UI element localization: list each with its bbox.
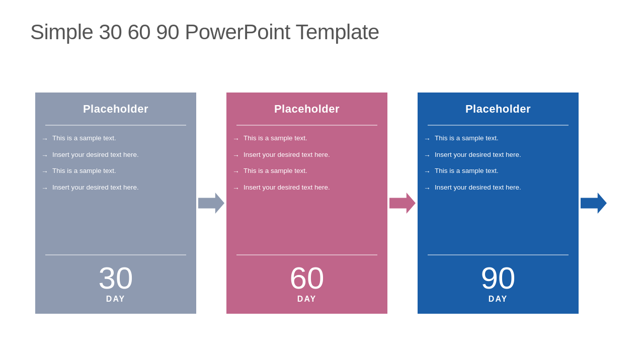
bullet-item: → This is a sample text. [41,134,188,144]
card-30-header: Placeholder [35,93,196,121]
card-60-footer: 60 DAY [226,255,387,314]
card-90-body: → This is a sample text. → Insert your d… [418,126,579,254]
bullet-item: → This is a sample text. [41,166,188,177]
bullet-item: → Insert your desired text here. [41,183,188,194]
arrow-2-icon [389,193,416,214]
bullet-item: → Insert your desired text here. [41,150,188,161]
cards-container: Placeholder → This is a sample text. → I… [30,64,614,342]
card-30-title: Placeholder [45,103,186,116]
card-90-day-label: DAY [428,295,569,304]
arrow-icon: → [232,167,239,177]
arrow-1-icon [198,193,224,214]
arrow-icon: → [424,151,431,161]
arrow-icon: → [232,184,239,194]
bullet-item: → This is a sample text. [232,134,379,144]
bullet-item: → Insert your desired text here. [424,183,571,194]
arrow-icon: → [41,167,48,177]
arrow-icon: → [41,134,48,144]
arrow-1-container [196,193,226,214]
card-30-body: → This is a sample text. → Insert your d… [35,126,196,254]
card-30-day-label: DAY [45,295,186,304]
arrow-icon: → [41,184,48,194]
arrow-2-container [387,193,418,214]
arrow-3-icon [581,193,607,214]
card-90-header: Placeholder [418,93,579,121]
arrow-3-container [579,193,609,214]
bullet-item: → This is a sample text. [424,166,571,177]
arrow-icon: → [232,134,239,144]
bullet-item: → Insert your desired text here. [232,183,379,194]
bullet-item: → This is a sample text. [232,166,379,177]
bullet-item: → This is a sample text. [424,134,571,144]
arrow-icon: → [424,184,431,194]
card-60-title: Placeholder [236,103,377,116]
slide-title: Simple 30 60 90 PowerPoint Template [30,20,614,44]
bullet-item: → Insert your desired text here. [232,150,379,161]
card-30-day: Placeholder → This is a sample text. → I… [35,93,196,314]
bullet-item: → Insert your desired text here. [424,150,571,161]
card-30-day-number: 30 [45,262,186,294]
card-90-title: Placeholder [428,103,569,116]
card-60-day: Placeholder → This is a sample text. → I… [226,93,387,314]
card-60-day-label: DAY [236,295,377,304]
card-90-footer: 90 DAY [418,255,579,314]
card-60-header: Placeholder [226,93,387,121]
arrow-icon: → [424,134,431,144]
arrow-icon: → [232,151,239,161]
card-90-day-number: 90 [428,262,569,294]
card-60-day-number: 60 [236,262,377,294]
arrow-icon: → [424,167,431,177]
slide: Simple 30 60 90 PowerPoint Template Plac… [0,0,644,362]
arrow-icon: → [41,151,48,161]
card-60-body: → This is a sample text. → Insert your d… [226,126,387,254]
card-30-footer: 30 DAY [35,255,196,314]
card-90-day: Placeholder → This is a sample text. → I… [418,93,579,314]
